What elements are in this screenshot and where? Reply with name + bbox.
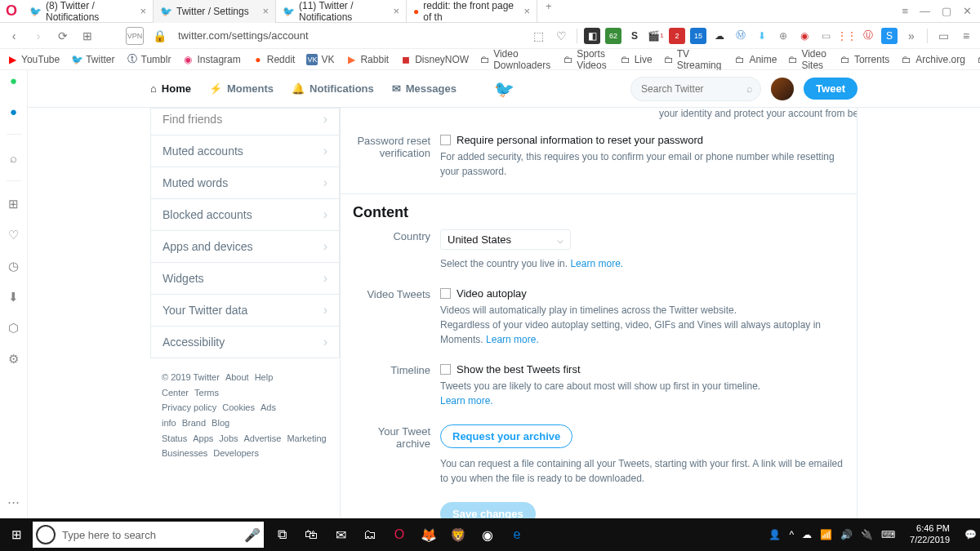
bookmarks-icon[interactable]: ♡: [6, 227, 22, 243]
checkbox-password-reset[interactable]: [440, 135, 451, 145]
footer-link[interactable]: Apps: [193, 433, 213, 443]
twitter-logo-icon[interactable]: 🐦: [494, 79, 514, 99]
tab-twitter-notifications-1[interactable]: 🐦(8) Twitter / Notifications×: [23, 0, 154, 23]
vpn-badge[interactable]: VPN: [126, 27, 144, 45]
ext-icon[interactable]: ▭: [817, 28, 834, 44]
taskbar-opera-icon[interactable]: O: [385, 518, 414, 551]
wifi-icon[interactable]: 📶: [820, 529, 832, 540]
bookmark-folder-sports-videos[interactable]: 🗀Sports Videos: [564, 48, 608, 71]
history-icon[interactable]: ◷: [6, 258, 22, 274]
taskbar-mic-icon[interactable]: 🎤: [241, 522, 264, 548]
bookmark-youtube[interactable]: ▶YouTube: [7, 54, 60, 65]
learn-more-link[interactable]: Learn more.: [440, 395, 493, 407]
footer-link[interactable]: Businesses: [162, 448, 207, 458]
bookmark-instagram[interactable]: ◉Instagram: [182, 54, 240, 65]
taskbar-brave-icon[interactable]: 🦁: [443, 518, 473, 551]
people-icon[interactable]: 👤: [768, 529, 781, 540]
onedrive-icon[interactable]: ☁: [802, 529, 812, 540]
request-archive-button[interactable]: Request your archive: [440, 424, 572, 448]
footer-link[interactable]: Terms: [194, 388, 219, 398]
ext-icon[interactable]: ◉: [796, 28, 813, 44]
taskbar-search[interactable]: Type here to search: [33, 522, 241, 548]
bookmark-folder-torrents[interactable]: 🗀Torrents: [840, 54, 889, 65]
extensions-overflow[interactable]: »: [902, 27, 920, 45]
ext-icon[interactable]: Ⓤ: [860, 28, 876, 44]
sidebar-item-apps-devices[interactable]: Apps and devices›: [150, 231, 340, 263]
taskbar-edge-icon[interactable]: e: [502, 518, 532, 551]
speed-dial-icon[interactable]: ⊞: [6, 196, 22, 212]
footer-link[interactable]: Developers: [213, 448, 259, 458]
taskbar-chrome-icon[interactable]: ◉: [473, 518, 502, 551]
whatsapp-icon[interactable]: ●: [6, 72, 22, 88]
url-field[interactable]: twitter.com/settings/account: [175, 29, 312, 42]
sidebar-item-blocked-accounts[interactable]: Blocked accounts›: [150, 199, 340, 231]
bookmark-folder-video-downloaders[interactable]: 🗀Video Downloaders: [480, 48, 552, 71]
ext-icon[interactable]: S: [881, 28, 898, 44]
learn-more-link[interactable]: Learn more.: [486, 334, 539, 345]
bookmark-folder-archive[interactable]: 🗀Archive.org: [901, 54, 965, 65]
ext-icon[interactable]: ◧: [584, 28, 600, 44]
bookmark-folder-bilibili[interactable]: 🗀BiliBili: [977, 54, 980, 65]
bookmark-folder-tv-streaming[interactable]: 🗀TV Streaming: [664, 48, 724, 71]
menu-icon[interactable]: ≡: [957, 27, 975, 45]
new-tab-button[interactable]: +: [537, 0, 560, 23]
taskbar-mail-icon[interactable]: ✉: [326, 518, 355, 551]
ext-icon[interactable]: ☁: [711, 28, 728, 44]
sidebar-more-icon[interactable]: ⋯: [6, 494, 22, 510]
ext-icon[interactable]: 🎬1: [648, 28, 664, 44]
sidebar-item-find-friends[interactable]: Find friends›: [150, 108, 340, 136]
telegram-icon[interactable]: ●: [6, 103, 22, 119]
lock-icon[interactable]: 🔒: [150, 27, 168, 45]
search-icon[interactable]: ⌕: [746, 82, 753, 95]
footer-link[interactable]: Privacy policy: [162, 402, 216, 412]
taskbar-explorer-icon[interactable]: 🗂: [355, 518, 385, 551]
bookmark-tumblr[interactable]: ⓣTumblr: [127, 54, 172, 65]
footer-link[interactable]: Jobs: [219, 433, 238, 443]
close-button[interactable]: ✕: [963, 5, 972, 17]
keyboard-icon[interactable]: ⌨: [881, 529, 895, 540]
minimize-button[interactable]: —: [920, 5, 930, 17]
footer-link[interactable]: Brand: [182, 418, 206, 428]
settings-icon[interactable]: ⚙: [6, 351, 22, 367]
forward-button[interactable]: ›: [29, 27, 47, 45]
country-select[interactable]: United States⌵: [440, 229, 571, 250]
learn-more-link[interactable]: Learn more.: [570, 258, 623, 269]
footer-link[interactable]: Status: [162, 433, 187, 443]
volume-icon[interactable]: 🔊: [840, 529, 853, 540]
checkbox-video-autoplay[interactable]: [440, 288, 451, 299]
reload-button[interactable]: ⟳: [54, 27, 72, 45]
ext-icon[interactable]: ⊕: [775, 28, 791, 44]
downloads-icon[interactable]: ⬇: [6, 289, 22, 305]
close-icon[interactable]: ×: [393, 5, 399, 17]
ext-icon[interactable]: 2: [669, 28, 685, 44]
taskbar-clock[interactable]: 6:46 PM7/22/2019: [903, 523, 956, 546]
start-button[interactable]: ⊞: [0, 518, 33, 551]
bookmark-folder-video-sites[interactable]: 🗀Video Sites: [788, 48, 827, 71]
bookmark-vk[interactable]: VKVK: [306, 54, 334, 65]
search-input[interactable]: [630, 77, 761, 101]
extensions-icon[interactable]: ⬡: [6, 320, 22, 336]
bookmark-folder-anime[interactable]: 🗀Anime: [734, 54, 777, 65]
close-icon[interactable]: ×: [140, 5, 146, 17]
sidebar-item-muted-words[interactable]: Muted words›: [150, 167, 340, 199]
ext-icon[interactable]: ⋮⋮: [839, 28, 855, 44]
nav-moments[interactable]: ⚡Moments: [209, 82, 274, 95]
ext-icon[interactable]: ⬇: [754, 28, 770, 44]
bookmark-reddit[interactable]: ●Reddit: [252, 54, 296, 65]
footer-link[interactable]: About: [225, 372, 249, 382]
close-icon[interactable]: ×: [523, 5, 530, 17]
tab-twitter-settings[interactable]: 🐦Twitter / Settings×: [154, 0, 276, 23]
sidebar-item-accessibility[interactable]: Accessibility›: [150, 327, 340, 358]
snapshot-icon[interactable]: ⬚: [529, 27, 547, 45]
ext-icon[interactable]: 15: [690, 28, 706, 44]
notifications-icon[interactable]: 💬: [964, 529, 977, 540]
back-button[interactable]: ‹: [5, 27, 23, 45]
bookmark-rabbit[interactable]: ▶Rabbit: [345, 54, 389, 65]
ext-icon[interactable]: Ⓜ: [733, 28, 749, 44]
task-view-button[interactable]: ⧉: [267, 518, 296, 551]
bookmark-twitter[interactable]: 🐦Twitter: [71, 54, 114, 65]
tab-reddit[interactable]: ●reddit: the front page of th×: [407, 0, 537, 23]
speed-dial-icon[interactable]: ⊞: [78, 27, 96, 45]
footer-link[interactable]: Advertise: [244, 433, 282, 443]
taskbar-store-icon[interactable]: 🛍: [296, 518, 326, 551]
